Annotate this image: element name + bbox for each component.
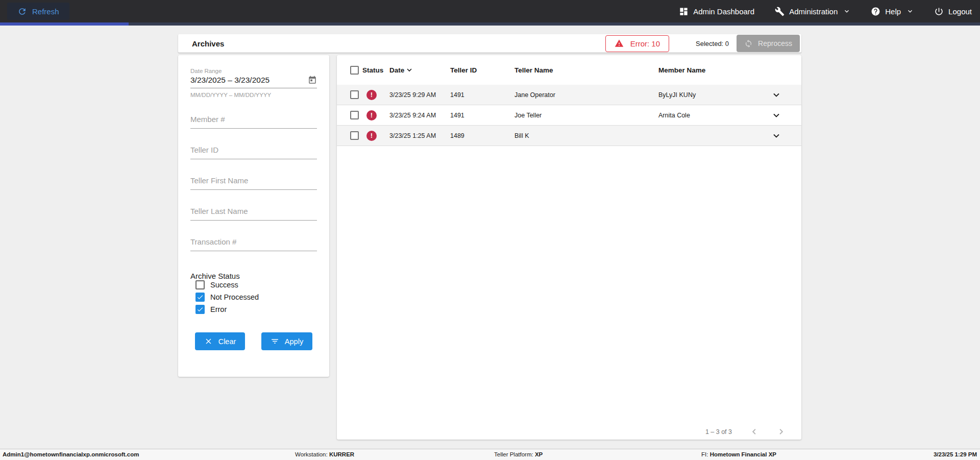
error-status-icon: ! [366, 90, 377, 100]
clear-label: Clear [218, 337, 236, 346]
nav-admin-dashboard[interactable]: Admin Dashboard [679, 7, 754, 16]
cell-teller-name: Bill K [514, 132, 658, 139]
expand-row-icon[interactable] [771, 131, 781, 141]
filter-icon [271, 337, 279, 346]
dashboard-icon [679, 7, 689, 16]
teller-id-input[interactable] [190, 146, 317, 159]
nav-label: Logout [948, 7, 972, 16]
top-nav: Admin Dashboard Administration Help Logo… [679, 7, 972, 16]
refresh-icon [17, 7, 27, 16]
reprocess-icon [744, 39, 753, 48]
checkbox-not-processed[interactable]: Not Processed [195, 293, 317, 302]
apply-button[interactable]: Apply [261, 332, 312, 350]
workstation-info: Workstation: KURRER [295, 451, 354, 457]
calendar-icon[interactable] [308, 76, 317, 85]
checkbox-unchecked-icon [195, 280, 205, 289]
reprocess-label: Reprocess [758, 39, 792, 47]
checkbox-label: Error [210, 305, 227, 313]
date-range-input[interactable] [190, 76, 308, 85]
selected-count: Selected: 0 [696, 40, 729, 47]
table-row[interactable]: ! 3/23/25 1:25 AM 1489 Bill K [337, 126, 801, 146]
checkbox-checked-icon [195, 305, 205, 314]
column-header-teller-id: Teller ID [450, 66, 514, 74]
current-datetime: 3/23/25 1:29 PM [934, 451, 977, 457]
active-tab-indicator [0, 22, 129, 26]
error-count-label: Error: 10 [630, 39, 660, 48]
page-next-icon[interactable] [776, 427, 786, 437]
table-row[interactable]: ! 3/23/25 9:24 AM 1491 Joe Teller Arnita… [337, 105, 801, 126]
pagination: 1 – 3 of 3 [705, 427, 786, 437]
header-actions: Error: 10 Selected: 0 Reprocess [605, 35, 800, 52]
member-number-input[interactable] [190, 115, 317, 129]
nav-label: Admin Dashboard [693, 7, 754, 16]
cell-date: 3/23/25 1:25 AM [389, 132, 450, 139]
date-range-field[interactable] [190, 76, 317, 88]
reprocess-button[interactable]: Reprocess [737, 35, 800, 52]
expand-row-icon[interactable] [771, 110, 781, 120]
check-icon [197, 294, 204, 301]
cell-teller-id: 1489 [450, 132, 514, 139]
nav-logout[interactable]: Logout [934, 7, 972, 16]
cell-date: 3/23/25 9:29 AM [389, 91, 450, 99]
financial-institution-info: FI: Hometown Financial XP [701, 451, 776, 457]
column-header-member-name: Member Name [658, 66, 765, 74]
teller-platform-info: Teller Platform: XP [494, 451, 543, 457]
cell-teller-name: Jane Operator [514, 91, 658, 99]
row-checkbox[interactable] [350, 111, 359, 119]
table-header-row: Status Date Teller ID Teller Name Member… [337, 55, 801, 85]
teller-last-name-input[interactable] [190, 207, 317, 221]
error-status-icon: ! [366, 131, 377, 141]
archives-header: Archives Error: 10 Selected: 0 Reprocess [178, 34, 801, 53]
apply-label: Apply [285, 337, 303, 346]
checkbox-label: Not Processed [210, 293, 259, 301]
wrench-icon [775, 7, 785, 16]
filter-panel: Date Range MM/DD/YYYY – MM/DD/YYYY Archi… [178, 55, 329, 377]
expand-row-icon[interactable] [771, 90, 781, 100]
nav-help[interactable]: Help [871, 7, 914, 16]
refresh-button[interactable]: Refresh [7, 3, 69, 20]
row-checkbox[interactable] [350, 90, 359, 99]
checkbox-success[interactable]: Success [195, 280, 317, 289]
filter-buttons: Clear Apply [195, 332, 317, 350]
page-previous-icon[interactable] [749, 427, 759, 437]
archives-table: Status Date Teller ID Teller Name Member… [337, 55, 801, 440]
sort-desc-icon [405, 66, 413, 74]
cell-teller-id: 1491 [450, 91, 514, 99]
checkbox-error[interactable]: Error [195, 305, 317, 314]
chevron-down-icon [906, 8, 914, 15]
transaction-number-input[interactable] [190, 237, 317, 251]
cell-date: 3/23/25 9:24 AM [389, 112, 450, 119]
warning-icon [615, 39, 624, 48]
nav-label: Help [885, 7, 901, 16]
tab-indicator-strip [0, 22, 980, 26]
refresh-label: Refresh [32, 7, 59, 16]
check-icon [197, 306, 204, 313]
table-row[interactable]: ! 3/23/25 9:29 AM 1491 Jane Operator ByL… [337, 85, 801, 105]
close-icon [204, 337, 213, 346]
cell-member-name: ByLyJI KUNy [658, 91, 765, 99]
archive-status-label: Archive Status [190, 272, 317, 280]
checkbox-label: Success [210, 281, 238, 289]
chevron-down-icon [843, 8, 850, 15]
cell-teller-name: Joe Teller [514, 112, 658, 119]
column-header-status: Status [362, 66, 389, 74]
clear-button[interactable]: Clear [195, 332, 245, 350]
teller-first-name-input[interactable] [190, 176, 317, 190]
pagination-range: 1 – 3 of 3 [705, 428, 732, 435]
top-bar: Refresh Admin Dashboard Administration H… [0, 0, 980, 22]
cell-member-name: Arnita Cole [658, 112, 765, 119]
nav-label: Administration [789, 7, 838, 16]
date-range-label: Date Range [190, 68, 317, 74]
error-count-badge[interactable]: Error: 10 [605, 35, 669, 52]
power-icon [934, 7, 944, 16]
date-format-hint: MM/DD/YYYY – MM/DD/YYYY [190, 92, 317, 98]
help-icon [871, 7, 880, 16]
column-header-date[interactable]: Date [389, 66, 450, 74]
page-title: Archives [192, 39, 224, 48]
select-all-checkbox[interactable] [350, 66, 359, 75]
logged-in-user: Admin1@hometownfinancialxp.onmicrosoft.c… [3, 451, 139, 457]
nav-administration[interactable]: Administration [775, 7, 850, 16]
checkbox-checked-icon [195, 293, 205, 302]
error-status-icon: ! [366, 110, 377, 120]
row-checkbox[interactable] [350, 131, 359, 140]
